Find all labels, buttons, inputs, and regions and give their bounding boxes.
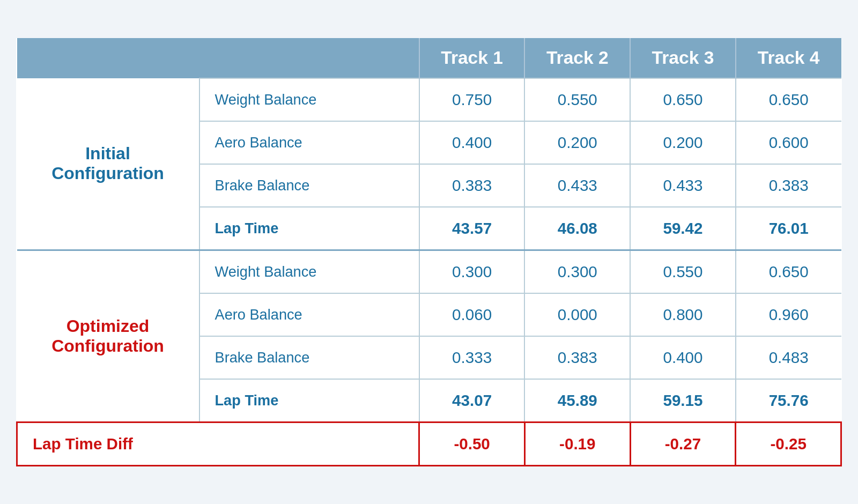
header-row: Track 1 Track 2 Track 3 Track 4 (17, 38, 841, 78)
comparison-table: Track 1 Track 2 Track 3 Track 4 InitialC… (16, 38, 842, 466)
initial-r0-t2: 0.550 (524, 78, 630, 121)
optimized-row-label-2: Brake Balance (199, 336, 419, 379)
track4-header: Track 4 (736, 38, 841, 78)
initial-lt-t3: 59.42 (630, 207, 736, 250)
initial-r2-t3: 0.433 (630, 164, 736, 207)
optimized-r2-t2: 0.383 (524, 336, 630, 379)
initial-row-0: InitialConfiguration Weight Balance 0.75… (17, 78, 841, 121)
header-empty (17, 38, 419, 78)
optimized-r1-t3: 0.800 (630, 293, 736, 336)
initial-lt-t2: 46.08 (524, 207, 630, 250)
optimized-lt-t1: 43.07 (419, 379, 525, 423)
initial-row-label-2: Brake Balance (199, 164, 419, 207)
optimized-r2-t4: 0.483 (736, 336, 841, 379)
initial-laptime-label: Lap Time (199, 207, 419, 250)
optimized-row-label-1: Aero Balance (199, 293, 419, 336)
track1-header: Track 1 (419, 38, 525, 78)
table-body: InitialConfiguration Weight Balance 0.75… (17, 78, 841, 466)
optimized-lt-t4: 75.76 (736, 379, 841, 423)
diff-label: Lap Time Diff (17, 422, 419, 465)
optimized-r0-t1: 0.300 (419, 250, 525, 293)
optimized-r2-t3: 0.400 (630, 336, 736, 379)
initial-row-label-1: Aero Balance (199, 121, 419, 164)
optimized-lt-t2: 45.89 (524, 379, 630, 423)
initial-r2-t2: 0.433 (524, 164, 630, 207)
optimized-row-0: OptimizedConfiguration Weight Balance 0.… (17, 250, 841, 293)
initial-label: InitialConfiguration (17, 78, 199, 250)
initial-r1-t1: 0.400 (419, 121, 525, 164)
initial-r1-t2: 0.200 (524, 121, 630, 164)
optimized-r0-t3: 0.550 (630, 250, 736, 293)
diff-row: Lap Time Diff -0.50 -0.19 -0.27 -0.25 (17, 422, 841, 465)
track3-header: Track 3 (630, 38, 736, 78)
initial-r0-t4: 0.650 (736, 78, 841, 121)
initial-r2-t1: 0.383 (419, 164, 525, 207)
diff-t4: -0.25 (736, 422, 841, 465)
optimized-r1-t4: 0.960 (736, 293, 841, 336)
initial-r2-t4: 0.383 (736, 164, 841, 207)
initial-r1-t4: 0.600 (736, 121, 841, 164)
optimized-label: OptimizedConfiguration (17, 250, 199, 422)
optimized-r1-t2: 0.000 (524, 293, 630, 336)
track2-header: Track 2 (524, 38, 630, 78)
diff-t2: -0.19 (524, 422, 630, 465)
initial-r0-t1: 0.750 (419, 78, 525, 121)
optimized-row-label-0: Weight Balance (199, 250, 419, 293)
optimized-r0-t4: 0.650 (736, 250, 841, 293)
main-table-wrapper: Track 1 Track 2 Track 3 Track 4 InitialC… (16, 38, 842, 466)
optimized-r0-t2: 0.300 (524, 250, 630, 293)
optimized-r1-t1: 0.060 (419, 293, 525, 336)
initial-r0-t3: 0.650 (630, 78, 736, 121)
initial-row-label-0: Weight Balance (199, 78, 419, 121)
initial-lt-t1: 43.57 (419, 207, 525, 250)
diff-t1: -0.50 (419, 422, 525, 465)
initial-r1-t3: 0.200 (630, 121, 736, 164)
optimized-lt-t3: 59.15 (630, 379, 736, 423)
optimized-laptime-label: Lap Time (199, 379, 419, 423)
initial-lt-t4: 76.01 (736, 207, 841, 250)
optimized-r2-t1: 0.333 (419, 336, 525, 379)
diff-t3: -0.27 (630, 422, 736, 465)
